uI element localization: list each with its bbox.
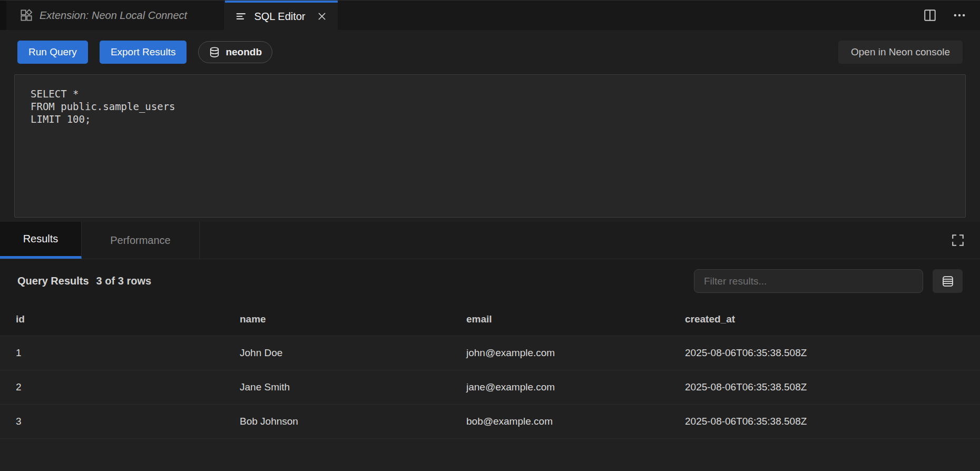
ellipsis-icon[interactable] bbox=[953, 8, 966, 22]
cell-name: Jane Smith bbox=[224, 370, 450, 404]
cell-name: John Doe bbox=[224, 336, 450, 370]
export-results-button[interactable]: Export Results bbox=[100, 41, 187, 64]
cell-id: 3 bbox=[0, 404, 224, 438]
results-table-container: id name email created_at 1 John Doe john… bbox=[0, 303, 980, 471]
row-count-badge: 3 of 3 rows bbox=[96, 275, 151, 287]
database-icon bbox=[209, 46, 220, 58]
editor-tab-bar: Extension: Neon Local Connect SQL Editor bbox=[0, 0, 980, 30]
sql-line: FROM public.sample_users bbox=[31, 100, 949, 113]
filter-results-input[interactable] bbox=[694, 269, 923, 293]
column-header-name: name bbox=[224, 303, 450, 336]
split-editor-icon[interactable] bbox=[923, 8, 937, 22]
tab-results[interactable]: Results bbox=[0, 222, 82, 259]
table-row[interactable]: 2 Jane Smith jane@example.com 2025-08-06… bbox=[0, 370, 980, 404]
extensions-icon bbox=[20, 9, 33, 22]
column-header-created-at: created_at bbox=[669, 303, 980, 336]
sql-editor-area[interactable]: SELECT * FROM public.sample_users LIMIT … bbox=[14, 74, 966, 218]
table-row[interactable]: 3 Bob Johnson bob@example.com 2025-08-06… bbox=[0, 404, 980, 438]
tab-extension-neon-local-connect[interactable]: Extension: Neon Local Connect bbox=[6, 1, 225, 30]
results-table: id name email created_at 1 John Doe john… bbox=[0, 303, 980, 439]
database-badge[interactable]: neondb bbox=[198, 41, 272, 63]
cell-id: 1 bbox=[0, 336, 224, 370]
column-header-email: email bbox=[450, 303, 669, 336]
cell-email: bob@example.com bbox=[450, 404, 669, 438]
query-results-header: Query Results 3 of 3 rows bbox=[0, 259, 980, 303]
tab-label: Extension: Neon Local Connect bbox=[40, 9, 187, 22]
sql-line: LIMIT 100; bbox=[31, 113, 949, 125]
table-header-row: id name email created_at bbox=[0, 303, 980, 336]
close-icon[interactable] bbox=[317, 11, 327, 22]
tab-performance[interactable]: Performance bbox=[82, 222, 200, 259]
list-icon bbox=[236, 11, 247, 22]
tab-bar-actions bbox=[923, 1, 980, 30]
sql-line: SELECT * bbox=[31, 87, 949, 100]
expand-icon[interactable] bbox=[952, 234, 964, 247]
results-panel: Results Performance Query Results 3 of 3… bbox=[0, 222, 980, 471]
cell-email: jane@example.com bbox=[450, 370, 669, 404]
results-tab-bar: Results Performance bbox=[0, 222, 980, 259]
tab-sql-editor[interactable]: SQL Editor bbox=[225, 1, 338, 30]
tab-bar-gutter bbox=[0, 1, 6, 30]
run-query-button[interactable]: Run Query bbox=[17, 41, 88, 64]
cell-email: john@example.com bbox=[450, 336, 669, 370]
query-results-title: Query Results bbox=[17, 275, 89, 287]
table-row[interactable]: 1 John Doe john@example.com 2025-08-06T0… bbox=[0, 336, 980, 370]
cell-created-at: 2025-08-06T06:35:38.508Z bbox=[669, 336, 980, 370]
query-toolbar: Run Query Export Results neondb Open in … bbox=[0, 30, 980, 74]
tab-label: SQL Editor bbox=[254, 11, 305, 23]
cell-created-at: 2025-08-06T06:35:38.508Z bbox=[669, 404, 980, 438]
database-name: neondb bbox=[226, 46, 262, 58]
rows-view-icon bbox=[941, 274, 955, 288]
column-header-id: id bbox=[0, 303, 224, 336]
rows-view-button[interactable] bbox=[933, 269, 963, 293]
cell-created-at: 2025-08-06T06:35:38.508Z bbox=[669, 370, 980, 404]
open-neon-console-button[interactable]: Open in Neon console bbox=[838, 41, 963, 64]
cell-id: 2 bbox=[0, 370, 224, 404]
cell-name: Bob Johnson bbox=[224, 404, 450, 438]
